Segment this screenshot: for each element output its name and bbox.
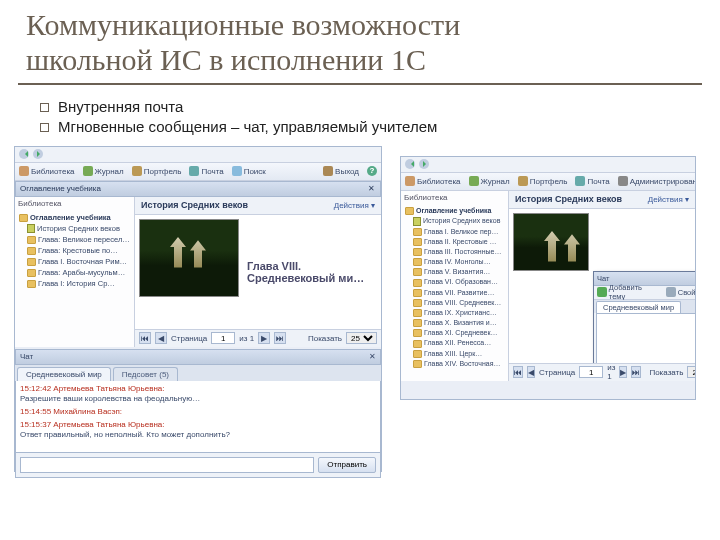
- nav-mail[interactable]: Почта: [189, 166, 223, 176]
- nav-portfolio[interactable]: Портфель: [132, 166, 182, 176]
- main-pane: История Средних веков Действия ▾ Глава V…: [135, 197, 381, 347]
- tree-item[interactable]: Глава: Крестовые по…: [17, 245, 132, 256]
- nav-search[interactable]: Поиск: [232, 166, 266, 176]
- chapter-title[interactable]: Глава VIII. Средневековый ми…: [243, 215, 381, 329]
- props-button[interactable]: Свойства: [666, 287, 695, 297]
- actions-dropdown[interactable]: Действия ▾: [334, 201, 375, 210]
- popup-title: Чат: [597, 274, 609, 283]
- folder-icon: [413, 319, 422, 327]
- pager-prev[interactable]: ◀: [155, 332, 167, 344]
- nav-journal[interactable]: Журнал: [83, 166, 124, 176]
- tree-item[interactable]: Глава VI. Образован…: [403, 277, 506, 287]
- popup-tabs: Средневековый мир: [594, 300, 695, 313]
- forward-button[interactable]: [33, 149, 43, 159]
- forward-button[interactable]: [419, 159, 429, 169]
- pager-show-label: Показать: [308, 334, 342, 343]
- tree-item[interactable]: Глава: Арабы-мусульм…: [17, 267, 132, 278]
- tree-item[interactable]: Глава XII. Ренесса…: [403, 338, 506, 348]
- nav-label: Библиотека: [417, 177, 461, 186]
- nav-portfolio[interactable]: Портфель: [518, 176, 568, 186]
- pager-show-select[interactable]: 25: [346, 332, 377, 344]
- pager-first[interactable]: ⏮: [513, 366, 523, 378]
- chapter-thumbnail[interactable]: [139, 219, 239, 297]
- pager-next[interactable]: ▶: [258, 332, 270, 344]
- tree-book[interactable]: История Средних веков: [403, 216, 506, 227]
- help-icon[interactable]: ?: [367, 166, 377, 176]
- folder-icon: [413, 268, 422, 276]
- tree-item[interactable]: Глава X. Византия и…: [403, 318, 506, 328]
- pager-prev[interactable]: ◀: [527, 366, 535, 378]
- tree-root[interactable]: Оглавление учебника: [403, 206, 506, 216]
- tree-item[interactable]: Глава III. Постоянные…: [403, 247, 506, 257]
- title-underline: [18, 83, 702, 85]
- tree-item[interactable]: Глава V. Византия…: [403, 267, 506, 277]
- slide-title-line2: школьной ИС в исполнении 1С: [26, 43, 694, 78]
- chat-tabs: Средневековый мир Педсовет (5): [15, 365, 381, 381]
- tree-item[interactable]: Глава VIII. Средневек…: [403, 298, 506, 308]
- admin-icon: [618, 176, 628, 186]
- tree-item[interactable]: Глава XIV. Восточная…: [403, 359, 506, 369]
- popup-tab[interactable]: Средневековый мир: [596, 301, 681, 313]
- tree-item[interactable]: Глава XI. Средневек…: [403, 328, 506, 338]
- nav-label: Журнал: [481, 177, 510, 186]
- pager-show-select[interactable]: 25: [687, 366, 695, 378]
- tree-item[interactable]: Глава I. Восточная Рим…: [17, 256, 132, 267]
- folder-icon: [413, 350, 422, 358]
- tree-item[interactable]: Глава II. Крестовые …: [403, 237, 506, 247]
- main-title: История Средних веков: [141, 200, 248, 210]
- nav-admin[interactable]: Администрирование: [618, 176, 695, 186]
- chat-send-button[interactable]: Отправить: [318, 457, 376, 473]
- nav-mail[interactable]: Почта: [575, 176, 609, 186]
- pager-page-input[interactable]: [579, 366, 603, 378]
- pager-last[interactable]: ⏭: [631, 366, 641, 378]
- bullet-item: Внутренняя почта: [40, 97, 680, 117]
- tree-item[interactable]: Глава: Великое пересел…: [17, 234, 132, 245]
- folder-icon: [413, 238, 422, 246]
- actions-dropdown[interactable]: Действия ▾: [648, 195, 689, 204]
- chat-close-icon[interactable]: ✕: [369, 352, 376, 361]
- chat-log: 15:12:42 Артемьева Татьяна Юрьевна:Разре…: [15, 381, 381, 453]
- add-topic-button[interactable]: Добавить тему: [597, 283, 660, 301]
- nav-journal[interactable]: Журнал: [469, 176, 510, 186]
- nav-exit[interactable]: Выход: [323, 166, 359, 176]
- sidebar-header: Библиотека: [15, 197, 134, 210]
- content-panel-title: Оглавление учебника: [20, 184, 101, 193]
- chat-tab-inactive[interactable]: Педсовет (5): [113, 367, 178, 381]
- tree-root[interactable]: Оглавление учебника: [17, 212, 132, 223]
- pager-last[interactable]: ⏭: [274, 332, 286, 344]
- sidebar: Библиотека Оглавление учебника История С…: [401, 191, 509, 381]
- pager-page-label: Страница: [171, 334, 207, 343]
- app-window-right: Библиотека Журнал Портфель Почта Админис…: [400, 156, 696, 400]
- slide-title-line1: Коммуникационные возможности: [26, 8, 694, 43]
- tree-item[interactable]: Глава I. Великое пер…: [403, 227, 506, 237]
- pager: ⏮ ◀ Страница из 1 ▶ ⏭ Показать 25: [135, 329, 381, 347]
- tree-item[interactable]: Глава IV. Монголы…: [403, 257, 506, 267]
- panel-close-icon[interactable]: ✕: [366, 184, 376, 194]
- pager-first[interactable]: ⏮: [139, 332, 151, 344]
- mail-icon: [575, 176, 585, 186]
- back-button[interactable]: [19, 149, 29, 159]
- tree-item[interactable]: Глава IX. Христианс…: [403, 308, 506, 318]
- nav-library[interactable]: Библиотека: [405, 176, 461, 186]
- book-icon: [27, 224, 35, 233]
- tree-item[interactable]: Глава I: История Ср…: [17, 278, 132, 289]
- nav-label: Библиотека: [31, 167, 75, 176]
- mail-icon: [189, 166, 199, 176]
- folder-icon: [27, 280, 36, 288]
- content-panel-header: Оглавление учебника ✕: [15, 181, 381, 197]
- chapter-thumbnail[interactable]: [513, 213, 589, 271]
- back-button[interactable]: [405, 159, 415, 169]
- tree-book[interactable]: История Средних веков: [17, 223, 132, 235]
- folder-icon: [19, 214, 28, 222]
- chat-message: 15:12:42 Артемьева Татьяна Юрьевна:Разре…: [20, 384, 376, 404]
- sidebar: Библиотека Оглавление учебника История С…: [15, 197, 135, 347]
- folder-icon: [27, 236, 36, 244]
- nav-library[interactable]: Библиотека: [19, 166, 75, 176]
- chat-tab-active[interactable]: Средневековый мир: [17, 367, 111, 381]
- tree-item[interactable]: Глава XIII. Церк…: [403, 349, 506, 359]
- pager-next[interactable]: ▶: [619, 366, 627, 378]
- pager-page-input[interactable]: [211, 332, 235, 344]
- pager-of-label: из 1: [607, 363, 615, 381]
- chat-input[interactable]: [20, 457, 314, 473]
- tree-item[interactable]: Глава VII. Развитие…: [403, 288, 506, 298]
